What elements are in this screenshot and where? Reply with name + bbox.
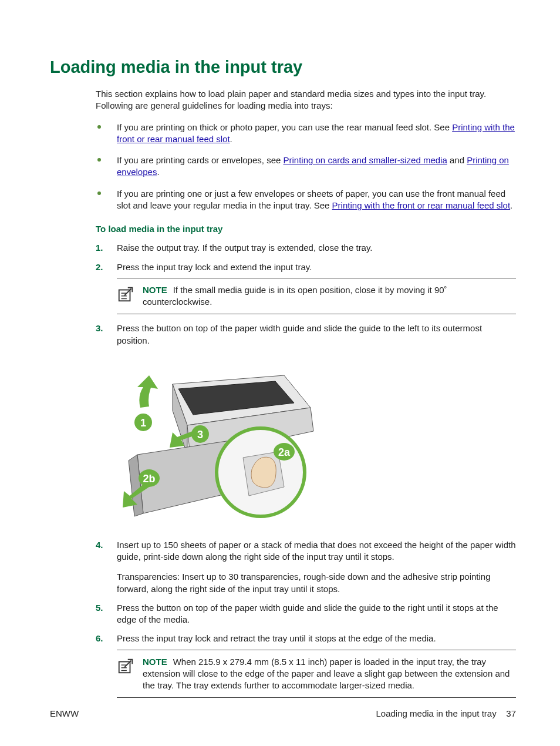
document-page: Loading media in the input tray This sec…	[0, 0, 560, 746]
step-text-transparencies: Transparencies: Insert up to 30 transpar…	[117, 571, 516, 595]
link-cards-media[interactable]: Printing on cards and smaller-sized medi…	[284, 155, 447, 165]
link-manual-feed-slot-2[interactable]: Printing with the front or rear manual f…	[332, 200, 511, 210]
step-text: Press the input tray lock and retract th…	[117, 633, 436, 643]
bullet-text: .	[157, 167, 159, 177]
step-text: Press the button on top of the paper wid…	[117, 603, 498, 624]
note-label: NOTE	[143, 285, 167, 295]
bullet-text: .	[230, 134, 232, 144]
step-number: 2.	[96, 261, 103, 273]
note-icon	[117, 285, 134, 303]
footer-title: Loading media in the input tray	[376, 708, 497, 718]
bullet-list: If you are printing on thick or photo pa…	[96, 122, 516, 212]
bullet-item: If you are printing one or just a few en…	[96, 188, 516, 212]
steps-list: 1. Raise the output tray. If the output …	[96, 242, 516, 698]
page-title: Loading media in the input tray	[50, 56, 516, 79]
note-content: NOTEIf the small media guide is in its o…	[143, 284, 516, 308]
bullet-text: If you are printing on thick or photo pa…	[117, 122, 452, 132]
content-body: This section explains how to load plain …	[96, 88, 516, 698]
printer-figure: 1 3 2a 2b	[117, 355, 322, 531]
step-text: Press the input tray lock and extend the…	[117, 262, 312, 272]
step-item: 6. Press the input tray lock and retract…	[96, 633, 516, 698]
step-text: Press the button on top of the paper wid…	[117, 323, 482, 345]
step-text: Raise the output tray. If the output tra…	[117, 243, 373, 253]
note-box: NOTEIf the small media guide is in its o…	[117, 278, 516, 315]
note-icon	[117, 657, 134, 675]
bullet-text: and	[447, 155, 467, 165]
step-number: 6.	[96, 633, 103, 644]
note-text: When 215.9 x 279.4 mm (8.5 x 11 inch) pa…	[143, 657, 510, 691]
step-item: 1. Raise the output tray. If the output …	[96, 242, 516, 254]
step-item: 2. Press the input tray lock and extend …	[96, 261, 516, 315]
step-item: 4. Insert up to 150 sheets of paper or a…	[96, 539, 516, 595]
step-item: 5. Press the button on top of the paper …	[96, 602, 516, 626]
bullet-text: If you are printing cards or envelopes, …	[117, 155, 284, 165]
sub-heading: To load media in the input tray	[96, 223, 516, 235]
callout-2b: 2b	[143, 473, 155, 485]
callout-2a: 2a	[278, 446, 291, 458]
step-number: 4.	[96, 539, 103, 551]
footer-left: ENWW	[50, 708, 79, 720]
step-item: 3. Press the button on top of the paper …	[96, 322, 516, 531]
bullet-item: If you are printing cards or envelopes, …	[96, 154, 516, 179]
footer-page: 37	[506, 708, 516, 718]
step-text: Insert up to 150 sheets of paper or a st…	[117, 540, 516, 562]
page-footer: ENWW Loading media in the input tray 37	[50, 708, 516, 720]
footer-right: Loading media in the input tray 37	[376, 708, 517, 720]
step-number: 3.	[96, 322, 103, 334]
bullet-item: If you are printing on thick or photo pa…	[96, 122, 516, 146]
bullet-text: .	[510, 200, 512, 210]
callout-3: 3	[197, 429, 203, 441]
step-number: 1.	[96, 242, 103, 254]
note-text: If the small media guide is in its open …	[143, 285, 447, 307]
step-number: 5.	[96, 602, 103, 614]
intro-paragraph: This section explains how to load plain …	[96, 88, 516, 112]
callout-1: 1	[140, 417, 146, 429]
note-content: NOTEWhen 215.9 x 279.4 mm (8.5 x 11 inch…	[143, 656, 516, 692]
note-label: NOTE	[143, 657, 167, 667]
note-box: NOTEWhen 215.9 x 279.4 mm (8.5 x 11 inch…	[117, 650, 516, 698]
